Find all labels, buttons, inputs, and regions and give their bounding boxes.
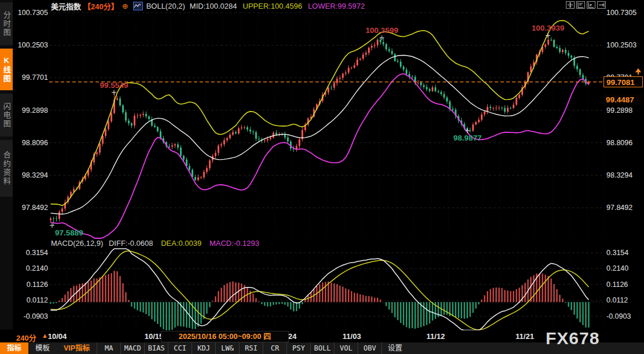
indicator-button-lw[interactable]: LW& (215, 342, 239, 354)
bollinger-bands (51, 20, 589, 238)
fx678-watermark: FX678 (546, 329, 599, 348)
macd-plot (51, 249, 589, 330)
svg-text:98.9877: 98.9877 (454, 134, 482, 142)
price-axis-tick: 97.8492 (606, 204, 632, 212)
boll-lower-value: LOWER:99.5972 (308, 2, 365, 10)
toolbar-tab-2[interactable]: 模板 (28, 342, 57, 354)
price-axis-tick: -0.0903 (13, 312, 48, 320)
boll-upper-value: UPPER:100.4596 (243, 2, 303, 10)
chart-toolbox (566, 1, 606, 9)
price-axis-tick: 98.3294 (606, 171, 632, 179)
indicator-button-rsi[interactable]: RSI (239, 342, 263, 354)
macd-macd-value: MACD:-0.1293 (209, 239, 259, 248)
macd-header: MACD(26,12,9) DIFF:-0.0608 DEA:0.0039 MA… (51, 239, 259, 248)
last-price-box[interactable]: 99.7081 (603, 76, 643, 87)
indicator-button-boll[interactable]: BOLL (310, 342, 334, 354)
price-axis-tick: 0.2140 (606, 264, 628, 272)
time-axis-label: 11/21 (516, 332, 534, 341)
indicator-button-kdj[interactable]: KDJ (192, 342, 215, 354)
time-axis-label: 11/03 (343, 332, 361, 341)
price-axis-tick: 99.2898 (606, 106, 632, 115)
toolbar-tab-3[interactable]: VIP指标 (57, 342, 97, 354)
reference-price-box: 99.4487 (603, 94, 643, 105)
price-axis-tick: 100.2503 (13, 41, 48, 49)
pan-icon[interactable] (566, 1, 575, 9)
sidebar-tab-2[interactable]: K线图 (0, 49, 13, 90)
price-up-arrow-icon (635, 68, 642, 75)
svg-text:99.5549: 99.5549 (100, 81, 128, 90)
time-axis-label: 11/12 (426, 332, 445, 341)
price-axis-tick: 0.0112 (606, 296, 628, 304)
period-up-triangle-icon[interactable]: ▲ (42, 332, 48, 339)
macd-dea-value: DEA:0.0039 (161, 239, 201, 248)
y-axis-scale-icon[interactable] (576, 1, 585, 9)
macd-params-label: MACD(26,12,9) (51, 239, 103, 248)
time-axis-label: 10/04 (48, 332, 67, 341)
toolbar-tab-1[interactable]: 指标 (0, 342, 28, 354)
price-axis-tick: -0.0903 (606, 312, 631, 320)
price-axis-tick: 99.7701 (13, 73, 48, 82)
indicator-button-macd[interactable]: MACD (120, 342, 144, 354)
macd-diff-value: DIFF:-0.0608 (109, 239, 153, 248)
chart-type-sidebar: 分时图K线图闪电图合约资料 (0, 0, 13, 330)
boll-chart-icon[interactable] (133, 2, 143, 10)
price-axis-tick: 98.8096 (13, 139, 48, 147)
price-axis-tick: 100.7305 (13, 9, 48, 17)
indicator-button-cr[interactable]: CR (263, 342, 286, 354)
period-selector[interactable]: 240分 (16, 332, 36, 343)
grid-lines (49, 13, 605, 330)
sidebar-tab-4[interactable]: 合约资料 (0, 140, 13, 197)
indicator-button-obv[interactable]: OBV (358, 342, 381, 354)
svg-text:97.5889: 97.5889 (55, 228, 83, 237)
period-tag[interactable]: 【240分】 (83, 1, 119, 12)
price-axis-tick: 100.7305 (606, 9, 636, 17)
sidebar-tab-3[interactable]: 闪电图 (0, 94, 13, 137)
price-axis-tick: 97.8492 (13, 204, 48, 212)
price-axis-tick: 98.8096 (606, 139, 632, 147)
price-axis-tick: 0.1126 (13, 281, 48, 289)
app-window: 97.588999.5549100.359998.9877100.3939 分时… (0, 0, 644, 354)
x-axis-scale-icon[interactable] (587, 1, 595, 9)
price-axis-tick: 0.0112 (13, 296, 48, 304)
settings-button[interactable]: 设置 (381, 342, 408, 354)
price-axis-tick: 0.3154 (13, 249, 48, 257)
chart-header: 美元指数 【240分】 ⊕ BOLL(20,2) MID:100.0284 UP… (13, 0, 644, 12)
add-circle-icon[interactable]: ⊕ (122, 2, 128, 10)
time-range-tooltip: 2025/10/16 05:00~09:00 四 (161, 331, 289, 342)
time-axis-label-fragment: 24 (288, 332, 296, 341)
indicator-button-ma[interactable]: MA (97, 342, 120, 354)
svg-text:100.3939: 100.3939 (532, 24, 564, 32)
price-axis-tick: 99.2898 (13, 106, 48, 115)
sidebar-tab-1[interactable]: 分时图 (0, 2, 13, 45)
svg-text:100.3599: 100.3599 (366, 26, 398, 35)
price-axis-tick: 100.2503 (606, 41, 636, 49)
reset-view-icon[interactable] (597, 1, 606, 9)
price-axis-tick: 0.1126 (606, 281, 628, 289)
price-axis-tick: 98.3294 (13, 171, 48, 179)
main-chart-canvas[interactable]: 97.588999.5549100.359998.9877100.3939 (0, 0, 644, 354)
indicator-button-psy[interactable]: PSY (286, 342, 310, 354)
price-axis-tick: 0.2140 (13, 264, 48, 272)
indicator-button-cci[interactable]: CCI (168, 342, 192, 354)
symbol-title: 美元指数 (51, 1, 81, 12)
boll-mid-value: MID:100.0284 (190, 2, 237, 10)
indicator-button-vol[interactable]: VOL (334, 342, 358, 354)
indicator-button-bias[interactable]: BIAS (144, 342, 168, 354)
price-axis-tick: 0.3154 (606, 249, 628, 257)
boll-params-label: BOLL(20,2) (146, 2, 185, 10)
